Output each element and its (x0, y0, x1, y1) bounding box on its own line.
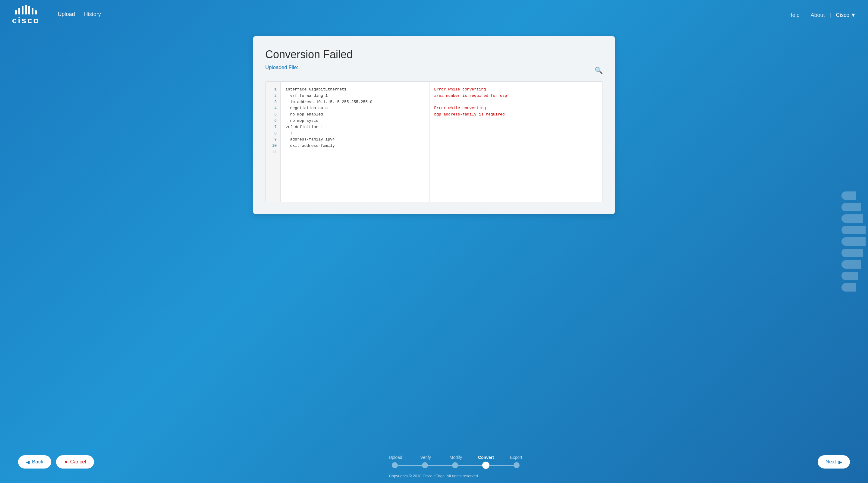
back-icon: ◀ (26, 459, 30, 465)
bar4 (25, 5, 27, 14)
conversion-card: Conversion Failed Uploaded File: 🔍 1 2 3… (253, 36, 615, 214)
step-dot-modify (452, 462, 458, 468)
step-dot-convert (482, 461, 490, 469)
help-link[interactable]: Help (788, 12, 800, 19)
cisco-bars (15, 5, 37, 14)
step-line-4 (490, 465, 514, 466)
nav-upload[interactable]: Upload (58, 11, 75, 19)
line-num-10: 10 (269, 143, 277, 149)
deco-bar-6 (841, 249, 863, 257)
step-dot-verify (422, 462, 428, 468)
deco-bar-9 (841, 283, 856, 292)
step-label-upload: Upload (380, 455, 410, 460)
deco-bar-5 (841, 237, 866, 246)
step-label-verify: Verify (410, 455, 441, 460)
cisco-text: cisco (12, 16, 40, 25)
main-nav: Upload History (58, 11, 101, 19)
deco-bar-4 (841, 226, 866, 234)
next-button[interactable]: Next ▶ (818, 455, 850, 469)
deco-bar-8 (841, 272, 858, 280)
cancel-button[interactable]: ✕ Cancel (56, 455, 94, 469)
main-content: Conversion Failed Uploaded File: 🔍 1 2 3… (0, 30, 868, 448)
bar5 (28, 6, 30, 14)
nav-history[interactable]: History (84, 11, 101, 19)
card-subtitle: Uploaded File: (265, 64, 299, 70)
editor-area: 1 2 3 4 5 6 7 8 9 10 11 interface Gigabi… (265, 82, 603, 202)
deco-bar-1 (841, 191, 856, 200)
code-panel: 1 2 3 4 5 6 7 8 9 10 11 interface Gigabi… (266, 82, 430, 202)
step-dot-upload (392, 462, 398, 468)
bar1 (15, 10, 17, 14)
cancel-icon: ✕ (64, 459, 68, 465)
error-panel: Error while converting area number is re… (430, 82, 603, 202)
line-numbers: 1 2 3 4 5 6 7 8 9 10 11 (266, 82, 281, 202)
separator2: | (830, 12, 831, 19)
line-num-2: 2 (269, 93, 277, 99)
bar3 (22, 6, 24, 14)
line-num-3: 3 (269, 99, 277, 105)
line-num-7: 7 (269, 124, 277, 130)
chevron-down-icon: ▼ (850, 12, 856, 19)
footer-copyright: Copyrights © 2018 Cisco cEdge. All right… (0, 474, 868, 483)
about-link[interactable]: About (810, 12, 825, 19)
deco-bar-7 (841, 260, 861, 269)
card-title: Conversion Failed (265, 48, 603, 61)
bar7 (35, 10, 37, 14)
cisco-dropdown-label: Cisco (836, 12, 849, 19)
cancel-label: Cancel (70, 459, 86, 465)
footer-nav: ◀ Back ✕ Cancel Upload Verify Modify Con… (0, 448, 868, 474)
step-dot-export (514, 462, 520, 468)
stepper-track (392, 461, 520, 469)
step-line-2 (428, 465, 452, 466)
stepper: Upload Verify Modify Convert Export (380, 455, 531, 469)
line-num-4: 4 (269, 105, 277, 112)
step-line-3 (458, 465, 482, 466)
step-label-modify: Modify (441, 455, 471, 460)
back-label: Back (32, 459, 43, 465)
header: cisco Upload History Help | About | Cisc… (0, 0, 868, 30)
cisco-logo: cisco (12, 5, 40, 25)
step-label-convert: Convert (471, 455, 501, 460)
deco-bar-2 (841, 203, 861, 211)
cisco-dropdown[interactable]: Cisco ▼ (836, 12, 856, 19)
line-num-6: 6 (269, 118, 277, 124)
bar6 (32, 8, 33, 14)
next-icon: ▶ (838, 459, 842, 465)
line-num-5: 5 (269, 112, 277, 118)
logo-area: cisco (12, 5, 40, 25)
line-num-1: 1 (269, 87, 277, 93)
search-icon: 🔍 (595, 67, 603, 74)
stepper-labels: Upload Verify Modify Convert Export (380, 455, 531, 460)
next-label: Next (826, 459, 836, 465)
step-line-1 (398, 465, 422, 466)
separator1: | (804, 12, 806, 19)
bar2 (19, 8, 20, 14)
code-content[interactable]: interface GigabitEthernet1 vrf forwardin… (281, 82, 429, 202)
line-num-11: 11 (269, 149, 277, 156)
back-button[interactable]: ◀ Back (18, 455, 51, 469)
copyright-text: Copyrights © 2018 Cisco cEdge. All right… (389, 474, 479, 478)
header-right: Help | About | Cisco ▼ (788, 12, 856, 19)
search-button[interactable]: 🔍 (595, 67, 603, 74)
deco-bar-3 (841, 214, 863, 223)
line-num-9: 9 (269, 137, 277, 143)
right-decorative-bars (841, 191, 868, 292)
step-label-export: Export (501, 455, 531, 460)
line-num-8: 8 (269, 130, 277, 137)
footer-left: ◀ Back ✕ Cancel (18, 455, 94, 469)
